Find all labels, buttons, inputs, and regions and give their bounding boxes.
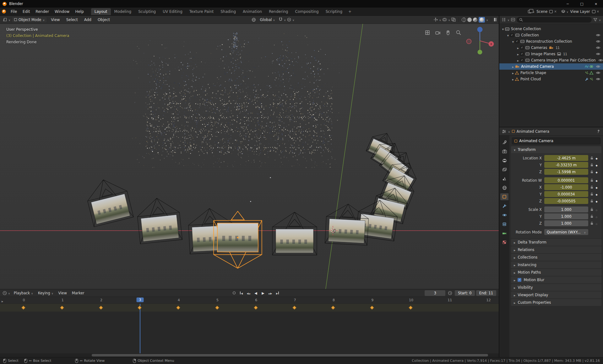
camera-view-icon[interactable] <box>435 29 441 37</box>
value-field[interactable]: -2.4625 m <box>544 155 588 161</box>
keyframe-diamond-6[interactable] <box>254 306 258 310</box>
shading-solid-button[interactable] <box>467 18 472 22</box>
pause-render-icon[interactable] <box>494 18 496 21</box>
keyframe-indicator-icon[interactable] <box>594 207 599 212</box>
menu-file[interactable]: File <box>8 8 20 15</box>
workspace-tab-sculpting[interactable]: Sculpting <box>135 8 159 15</box>
eye-icon[interactable] <box>596 78 600 81</box>
lock-icon[interactable] <box>589 179 594 182</box>
workspace-tab-uv-editing[interactable]: UV Editing <box>159 8 186 15</box>
snap-dropdown-icon[interactable] <box>284 18 286 22</box>
overlays-dropdown-icon[interactable] <box>448 18 450 22</box>
play-button[interactable] <box>260 290 266 296</box>
gizmo-x-neg-axis[interactable] <box>467 39 471 44</box>
menu-edit[interactable]: Edit <box>20 8 33 15</box>
value-field[interactable]: -1.5998 m <box>544 169 588 175</box>
keyframe-indicator-icon[interactable] <box>594 156 599 160</box>
viewport-menu-object[interactable]: Object <box>95 17 112 23</box>
outliner-row-particle-shape[interactable]: Particle Shape <box>499 70 603 76</box>
new-scene-icon[interactable] <box>549 10 553 13</box>
keyframe-diamond-4[interactable] <box>176 306 180 310</box>
play-reverse-button[interactable] <box>253 290 259 296</box>
collection-checkbox[interactable] <box>510 33 514 37</box>
panel-instancing[interactable]: Instancing <box>511 261 601 268</box>
gizmo-y-axis[interactable] <box>478 50 482 55</box>
gizmo-dropdown-icon[interactable] <box>439 18 441 22</box>
workspace-tab-scripting[interactable]: Scripting <box>322 8 346 15</box>
workspace-tab-rendering[interactable]: Rendering <box>265 8 291 15</box>
xray-toggle-icon[interactable] <box>451 18 456 22</box>
panel-visibility[interactable]: Visibility <box>511 284 601 291</box>
view-layer-selector[interactable]: View Layer × <box>561 9 599 14</box>
toggle-ortho-icon[interactable] <box>424 29 431 37</box>
keyframe-diamond-1[interactable] <box>60 306 64 310</box>
timeline-menu-playback[interactable]: Playback <box>11 290 35 296</box>
panel-motion-paths[interactable]: Motion Paths <box>511 269 601 276</box>
panel-motion-blur[interactable]: Motion Blur <box>511 276 601 283</box>
outliner-editor-icon[interactable] <box>502 18 506 22</box>
collection-checkbox[interactable] <box>520 52 524 56</box>
outliner-row-image-planes[interactable]: Image Planes11 <box>499 51 603 57</box>
navigation-gizmo[interactable]: X <box>465 26 495 56</box>
viewport-menu-add[interactable]: Add <box>82 17 94 23</box>
shading-rendered-button[interactable] <box>479 17 485 23</box>
value-field[interactable]: -0.33233 m <box>544 162 588 168</box>
value-field[interactable]: -1.000 <box>544 184 588 190</box>
pan-hand-icon[interactable] <box>445 29 451 37</box>
panel-delta-transform[interactable]: Delta Transform <box>511 239 601 246</box>
disclosure-closed-icon[interactable] <box>516 58 520 62</box>
tab-modifiers[interactable] <box>500 202 508 209</box>
new-view-layer-icon[interactable] <box>592 10 595 13</box>
workspace-tab-modeling[interactable]: Modeling <box>111 8 135 15</box>
shading-dropdown-icon[interactable] <box>486 18 488 22</box>
scene-name[interactable]: Scene <box>536 9 547 14</box>
next-keyframe-button[interactable] <box>267 290 273 296</box>
value-field[interactable]: 0.000034 <box>544 191 588 197</box>
collection-checkbox[interactable] <box>520 58 524 62</box>
disclosure-open-icon[interactable] <box>511 39 515 44</box>
eye-icon[interactable] <box>596 34 600 37</box>
eye-icon[interactable] <box>596 46 600 49</box>
previous-keyframe-button[interactable] <box>245 290 252 296</box>
transform-panel-header[interactable]: Transform <box>511 146 601 153</box>
value-field[interactable]: 1.000 <box>544 206 588 212</box>
tab-object-data[interactable] <box>500 230 508 237</box>
proportional-editing-icon[interactable] <box>287 18 291 22</box>
preview-range-clock-icon[interactable] <box>448 291 452 295</box>
disclosure-closed-icon[interactable] <box>516 52 520 56</box>
menu-render[interactable]: Render <box>33 8 52 15</box>
orientation-dropdown[interactable]: Global <box>257 17 277 23</box>
outliner-row-point-cloud[interactable]: Point Cloud <box>499 76 603 82</box>
tab-output[interactable] <box>500 157 508 164</box>
tab-constraints[interactable] <box>500 221 508 228</box>
value-field[interactable]: -0.000505 <box>544 198 588 204</box>
panel-collections[interactable]: Collections <box>511 254 601 261</box>
viewport-menu-view[interactable]: View <box>48 17 62 23</box>
keyframe-indicator-icon[interactable] <box>594 185 599 190</box>
value-field[interactable]: 1.000 <box>544 220 588 226</box>
object-name-field[interactable]: Animated Camera <box>512 137 600 144</box>
keyframe-diamond-0[interactable] <box>21 306 25 310</box>
view-layer-name[interactable]: View Layer <box>570 9 590 14</box>
zoom-icon[interactable] <box>455 29 462 37</box>
frame-end-field[interactable]: End:11 <box>476 290 496 296</box>
tab-object[interactable] <box>500 193 508 200</box>
panel-relations[interactable]: Relations <box>511 246 601 253</box>
disclosure-closed-icon[interactable] <box>511 77 515 81</box>
eye-icon[interactable] <box>598 59 603 62</box>
minimize-button[interactable]: ─ <box>561 0 575 8</box>
properties-editor-icon[interactable] <box>502 129 506 134</box>
keyframe-indicator-icon[interactable] <box>594 178 599 183</box>
keyframe-indicator-icon[interactable] <box>594 192 599 196</box>
falloff-dropdown-icon[interactable] <box>292 18 294 22</box>
add-workspace-button[interactable]: + <box>346 8 354 15</box>
lock-icon[interactable] <box>589 208 594 211</box>
outliner-search-input[interactable] <box>517 17 592 23</box>
unlink-scene-icon[interactable]: × <box>554 10 557 13</box>
tab-tool[interactable] <box>500 139 508 146</box>
keyframe-diamond-9[interactable] <box>370 306 374 310</box>
mode-dropdown[interactable]: Object Mode <box>12 17 47 23</box>
eye-icon[interactable] <box>596 65 600 68</box>
timeline-editor-icon[interactable] <box>3 291 7 295</box>
lock-icon[interactable] <box>589 185 594 189</box>
